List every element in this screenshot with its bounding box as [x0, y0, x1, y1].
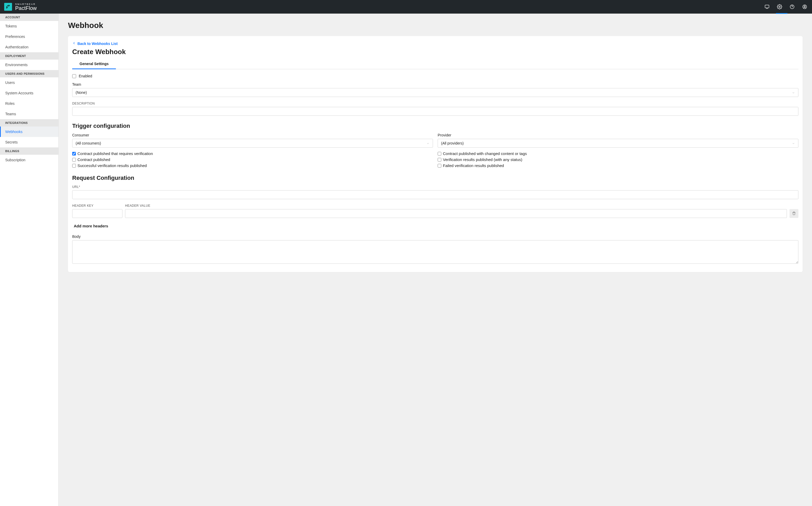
event-success-verification-checkbox[interactable]: [72, 164, 76, 168]
card-title: Create Webhook: [72, 48, 798, 56]
sidebar-item-users[interactable]: Users: [0, 77, 58, 88]
brand-logo-icon: [4, 3, 12, 11]
form: Enabled Team (None) DESCRIPTION Trigger …: [72, 74, 798, 264]
event-label: Verification results published (with any…: [443, 157, 522, 162]
sidebar: ACCOUNT Tokens Preferences Authenticatio…: [0, 14, 59, 506]
add-more-headers-button[interactable]: Add more headers: [74, 224, 798, 228]
consumer-select[interactable]: (All consumers): [72, 139, 433, 148]
delete-header-button[interactable]: [790, 209, 798, 218]
url-label: URL*: [72, 185, 798, 189]
sidebar-item-tokens[interactable]: Tokens: [0, 21, 58, 31]
settings-icon[interactable]: [777, 4, 783, 10]
event-label: Failed verification results published: [443, 163, 504, 168]
header-key-label: HEADER KEY: [72, 204, 123, 207]
sidebar-header-deployment: DEPLOYMENT: [0, 52, 58, 60]
sidebar-item-system-accounts[interactable]: System Accounts: [0, 88, 58, 98]
sidebar-header-billings: BILLINGS: [0, 147, 58, 155]
provider-select[interactable]: (All providers): [438, 139, 798, 148]
feedback-icon[interactable]: [764, 4, 770, 10]
chevron-down-icon: [426, 142, 430, 145]
event-label: Successful verification results publishe…: [77, 163, 147, 168]
page-title: Webhook: [68, 21, 803, 30]
provider-select-value: (All providers): [441, 141, 463, 145]
event-contract-changed-checkbox[interactable]: [438, 152, 441, 156]
event-label: Contract published that requires verific…: [77, 151, 153, 156]
profile-icon[interactable]: [802, 4, 808, 10]
card: Back to Webhooks List Create Webhook Gen…: [68, 36, 803, 272]
consumer-label: Consumer: [72, 133, 433, 137]
tabs: General Settings: [72, 59, 798, 69]
main: Webhook Back to Webhooks List Create Web…: [59, 14, 812, 506]
shell: ACCOUNT Tokens Preferences Authenticatio…: [0, 14, 812, 506]
event-contract-requires-verification-checkbox[interactable]: [72, 152, 76, 156]
sidebar-item-environments[interactable]: Environments: [0, 60, 58, 70]
svg-point-1: [779, 6, 780, 8]
sidebar-item-roles[interactable]: Roles: [0, 98, 58, 109]
trigger-heading: Trigger configuration: [72, 122, 798, 130]
team-label: Team: [72, 82, 798, 87]
trash-icon: [792, 211, 796, 216]
svg-point-4: [804, 6, 805, 7]
chevron-down-icon: [792, 91, 795, 94]
svg-point-3: [803, 5, 807, 9]
sidebar-item-webhooks[interactable]: Webhooks: [0, 126, 58, 137]
brand-main-label: PactFlow: [15, 5, 36, 11]
event-failed-verification-checkbox[interactable]: [438, 164, 441, 168]
sidebar-item-preferences[interactable]: Preferences: [0, 31, 58, 42]
event-label: Contract published with changed content …: [443, 151, 527, 156]
sidebar-item-subscription[interactable]: Subscription: [0, 155, 58, 165]
back-link[interactable]: Back to Webhooks List: [72, 41, 118, 46]
topbar: SMARTBEAR PactFlow: [0, 0, 812, 14]
sidebar-item-authentication[interactable]: Authentication: [0, 42, 58, 52]
topbar-actions: [764, 4, 808, 10]
events: Contract published that requires verific…: [72, 151, 798, 168]
brand: SMARTBEAR PactFlow: [4, 3, 36, 11]
url-input[interactable]: [72, 190, 798, 199]
header-value-input[interactable]: [125, 209, 787, 218]
description-label: DESCRIPTION: [72, 102, 798, 105]
event-verification-results-checkbox[interactable]: [438, 158, 441, 162]
team-select[interactable]: (None): [72, 88, 798, 97]
sidebar-header-users: USERS AND PERMISSIONS: [0, 70, 58, 77]
tab-general-settings[interactable]: General Settings: [72, 59, 116, 69]
request-heading: Request Configuration: [72, 175, 798, 181]
body-textarea[interactable]: [72, 240, 798, 264]
sidebar-item-teams[interactable]: Teams: [0, 109, 58, 119]
chevron-down-icon: [792, 142, 795, 145]
provider-label: Provider: [438, 133, 798, 137]
team-select-value: (None): [76, 90, 87, 95]
enabled-label: Enabled: [79, 74, 92, 78]
arrow-left-icon: [72, 41, 76, 46]
event-label: Contract published: [77, 157, 110, 162]
header-value-label: HEADER VALUE: [125, 204, 787, 207]
brand-text: SMARTBEAR PactFlow: [15, 3, 36, 11]
event-contract-published-checkbox[interactable]: [72, 158, 76, 162]
help-icon[interactable]: [789, 4, 795, 10]
sidebar-header-account: ACCOUNT: [0, 14, 58, 21]
enabled-checkbox[interactable]: [72, 74, 76, 78]
back-link-label: Back to Webhooks List: [77, 41, 118, 46]
sidebar-header-integrations: INTEGRATIONS: [0, 119, 58, 126]
sidebar-item-secrets[interactable]: Secrets: [0, 137, 58, 147]
description-input[interactable]: [72, 107, 798, 116]
consumer-select-value: (All consumers): [76, 141, 101, 145]
header-key-input[interactable]: [72, 209, 123, 218]
body-label: Body: [72, 235, 798, 239]
